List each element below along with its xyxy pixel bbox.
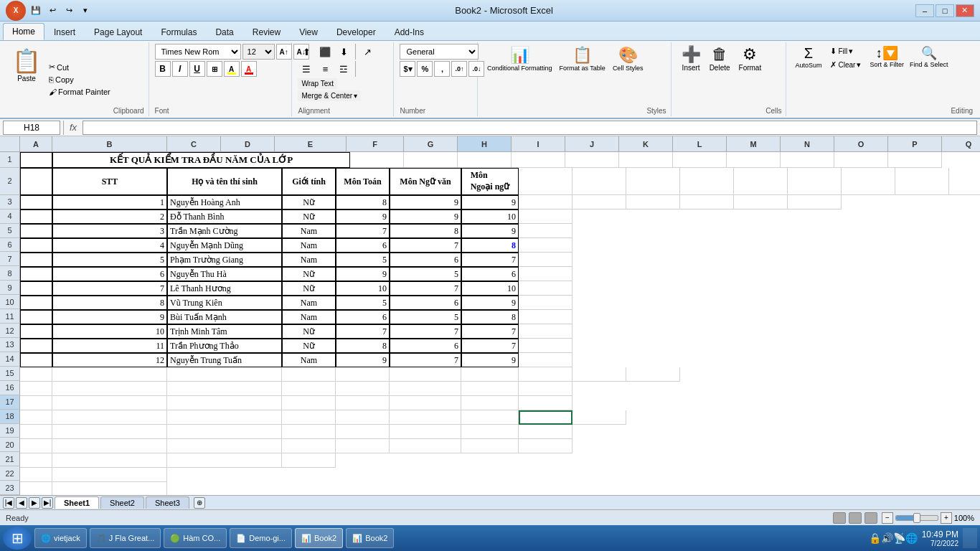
underline-button[interactable]: U: [189, 61, 205, 77]
cell-f16[interactable]: [390, 382, 461, 396]
cell-h18[interactable]: [519, 410, 573, 425]
row-header-21[interactable]: 21: [0, 452, 20, 466]
cell-g2[interactable]: MônNgoại ngữ: [461, 168, 519, 195]
cell-a3[interactable]: [20, 195, 52, 209]
taskbar-item-book2-active[interactable]: 📊 Book2: [295, 528, 343, 548]
office-button[interactable]: X: [6, 1, 26, 21]
row-header-3[interactable]: 3: [0, 195, 20, 209]
conditional-formatting-button[interactable]: 📊 Conditional Formatting: [484, 44, 556, 74]
cell-d14[interactable]: Nam: [282, 353, 336, 367]
cell-l1[interactable]: [619, 152, 673, 168]
sheet-nav-last[interactable]: ▶|: [42, 497, 53, 509]
row-header-7[interactable]: 7: [0, 252, 20, 266]
page-break-view-button[interactable]: [864, 512, 877, 524]
cell-c10[interactable]: Vũ Trung Kiên: [167, 296, 282, 310]
redo-button[interactable]: ↪: [62, 4, 76, 18]
cell-g17[interactable]: [461, 396, 519, 410]
cell-a1[interactable]: [20, 152, 52, 168]
cell-e8[interactable]: 9: [336, 267, 390, 281]
cell-d5[interactable]: Nam: [282, 224, 336, 238]
cell-j1[interactable]: [512, 152, 565, 168]
cell-d11[interactable]: Nam: [282, 310, 336, 324]
cell-d6[interactable]: Nam: [282, 238, 336, 253]
cell-g12[interactable]: 7: [461, 324, 519, 339]
cell-a2[interactable]: [20, 168, 52, 195]
tab-data[interactable]: Data: [206, 24, 242, 40]
clear-button[interactable]: ✗ Clear▾: [827, 59, 864, 71]
cell-reference-box[interactable]: H18: [3, 121, 60, 135]
comma-button[interactable]: ,: [434, 61, 450, 77]
col-header-m[interactable]: M: [727, 136, 781, 152]
cell-h20[interactable]: [519, 439, 573, 453]
col-header-c[interactable]: C: [167, 136, 221, 152]
cell-h15[interactable]: [519, 367, 573, 382]
cell-g5[interactable]: 9: [461, 224, 519, 238]
row-header-4[interactable]: 4: [0, 209, 20, 224]
paste-button[interactable]: 📋 Paste: [7, 44, 46, 115]
cell-j15[interactable]: [626, 367, 680, 382]
cell-c15[interactable]: [167, 367, 282, 382]
cell-c17[interactable]: [167, 396, 282, 410]
delete-button[interactable]: 🗑 Delete: [705, 44, 735, 73]
find-select-button[interactable]: 🔍 Find & Select: [907, 44, 951, 70]
row-header-13[interactable]: 13: [0, 338, 20, 352]
cell-g4[interactable]: 10: [461, 209, 519, 224]
align-top-button[interactable]: ⬆: [298, 44, 315, 60]
cell-c11[interactable]: Bùi Tuấn Mạnh: [167, 310, 282, 324]
cell-d9[interactable]: Nữ: [282, 281, 336, 296]
currency-button[interactable]: $▾: [400, 61, 415, 77]
row-header-23[interactable]: 23: [0, 481, 20, 495]
row-header-12[interactable]: 12: [0, 324, 20, 338]
show-desktop-button[interactable]: [963, 528, 977, 548]
col-header-b[interactable]: B: [52, 136, 167, 152]
cell-f10[interactable]: 6: [390, 296, 461, 310]
cell-c3[interactable]: Nguyễn Hoàng Anh: [167, 195, 282, 209]
cell-g1[interactable]: [350, 152, 404, 168]
cell-n1[interactable]: [727, 152, 781, 168]
select-all-button[interactable]: [0, 136, 20, 152]
cell-b20[interactable]: [52, 439, 167, 453]
cell-h16[interactable]: [519, 382, 573, 396]
cell-b19[interactable]: [52, 425, 167, 439]
cell-b9[interactable]: 7: [52, 281, 167, 296]
cell-g7[interactable]: 7: [461, 253, 519, 267]
cell-l3[interactable]: [734, 195, 788, 209]
cell-c13[interactable]: Trần Phương Thảo: [167, 339, 282, 353]
cell-f7[interactable]: 6: [390, 253, 461, 267]
cell-b16[interactable]: [52, 382, 167, 396]
col-header-p[interactable]: P: [888, 136, 942, 152]
italic-button[interactable]: I: [172, 61, 188, 77]
autosum-button[interactable]: Σ AutoSum: [792, 44, 824, 70]
cell-c14[interactable]: Nguyễn Trung Tuấn: [167, 353, 282, 367]
col-header-a[interactable]: A: [20, 136, 52, 152]
cell-d17[interactable]: [282, 396, 336, 410]
tab-developer[interactable]: Developer: [327, 24, 385, 40]
cell-b17[interactable]: [52, 396, 167, 410]
cell-a4[interactable]: [20, 209, 52, 224]
cell-g6[interactable]: 8: [461, 238, 519, 253]
taskbar-item-book2-2[interactable]: 📊 Book2: [346, 528, 394, 548]
row-header-5[interactable]: 5: [0, 224, 20, 238]
row-header-6[interactable]: 6: [0, 238, 20, 253]
row-header-10[interactable]: 10: [0, 295, 20, 309]
cell-d13[interactable]: Nữ: [282, 339, 336, 353]
cell-b4[interactable]: 2: [52, 209, 167, 224]
cell-o1[interactable]: [781, 152, 834, 168]
cell-a8[interactable]: [20, 267, 52, 281]
cell-f19[interactable]: [390, 425, 461, 439]
font-size-select[interactable]: 12: [242, 44, 275, 60]
cell-d8[interactable]: Nữ: [282, 267, 336, 281]
taskbar-item-demogi[interactable]: 📄 Demo-gi...: [230, 528, 292, 548]
zoom-slider[interactable]: [895, 515, 938, 521]
customize-button[interactable]: ▾: [78, 4, 93, 18]
cell-g8[interactable]: 6: [461, 267, 519, 281]
cell-g3[interactable]: 9: [461, 195, 519, 209]
cell-h4[interactable]: [519, 209, 573, 224]
sheet-tab-sheet3[interactable]: Sheet3: [146, 496, 189, 509]
cell-f3[interactable]: 9: [390, 195, 461, 209]
col-header-j[interactable]: J: [565, 136, 619, 152]
cell-d4[interactable]: Nữ: [282, 209, 336, 224]
cell-c12[interactable]: Trịnh Minh Tâm: [167, 324, 282, 339]
cell-f6[interactable]: 7: [390, 238, 461, 253]
cell-h10[interactable]: [519, 296, 573, 310]
